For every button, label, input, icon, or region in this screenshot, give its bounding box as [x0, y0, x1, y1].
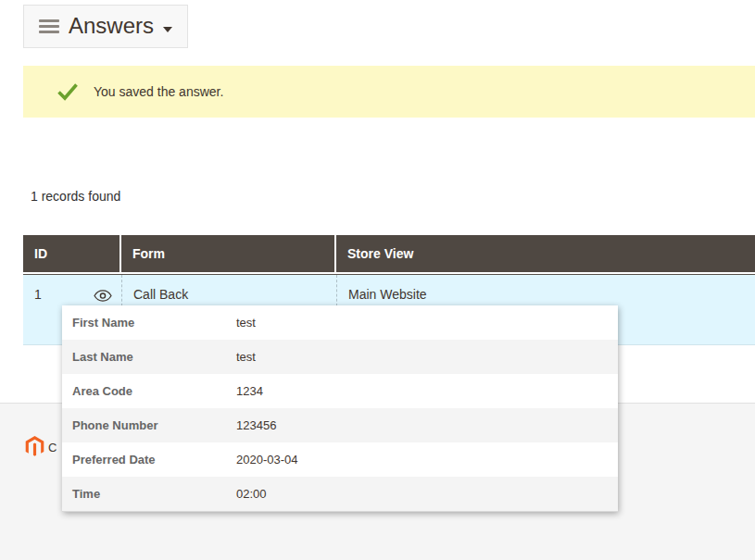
detail-value: 123456: [236, 418, 276, 432]
detail-label: Phone Number: [62, 418, 236, 432]
column-header-id[interactable]: ID: [23, 235, 121, 272]
detail-value: 2020-03-04: [236, 453, 298, 467]
view-details-button[interactable]: [94, 289, 112, 303]
column-header-form[interactable]: Form: [121, 235, 336, 272]
detail-label: First Name: [62, 316, 236, 330]
row-id-value: 1: [34, 287, 42, 302]
success-message-text: You saved the answer.: [94, 84, 223, 99]
detail-value: 02:00: [236, 487, 267, 501]
grid-header-row: ID Form Store View: [23, 235, 755, 273]
detail-value: test: [236, 350, 256, 364]
records-count: 1 records found: [31, 189, 120, 204]
detail-label: Preferred Date: [62, 453, 236, 467]
detail-label: Area Code: [62, 384, 236, 398]
answer-details-popup: First Name test Last Name test Area Code…: [62, 305, 618, 512]
detail-row-time: Time 02:00: [62, 477, 618, 511]
answers-menu-button[interactable]: Answers: [23, 5, 188, 48]
column-header-store-view[interactable]: Store View: [336, 235, 755, 272]
detail-value: 1234: [236, 384, 263, 398]
eye-icon: [94, 289, 112, 303]
detail-row-preferred-date: Preferred Date 2020-03-04: [62, 442, 618, 477]
detail-label: Last Name: [62, 350, 236, 364]
detail-row-first-name: First Name test: [62, 305, 618, 340]
detail-row-area-code: Area Code 1234: [62, 374, 618, 408]
detail-row-phone-number: Phone Number 123456: [62, 408, 618, 442]
magento-logo-icon: [25, 435, 44, 458]
caret-down-icon: [163, 27, 172, 32]
detail-value: test: [236, 316, 256, 330]
hamburger-icon: [39, 19, 59, 33]
checkmark-icon: [57, 82, 79, 101]
page-title: Answers: [69, 15, 154, 39]
detail-label: Time: [62, 487, 236, 501]
footer-copyright-text: C: [48, 441, 57, 454]
detail-row-last-name: Last Name test: [62, 340, 618, 374]
success-message: You saved the answer.: [23, 66, 755, 118]
answers-admin-page: Answers You saved the answer. 1 records …: [0, 0, 755, 560]
